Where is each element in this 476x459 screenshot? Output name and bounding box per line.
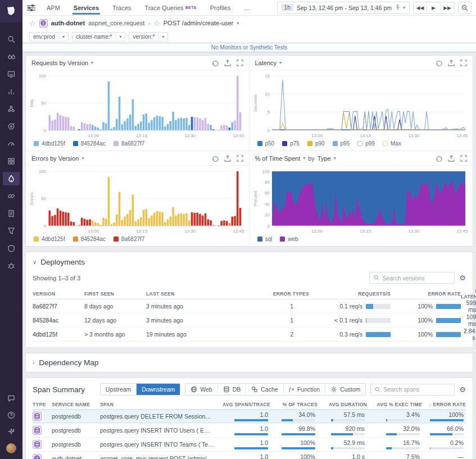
chart-type-icon[interactable] [212, 60, 219, 66]
table-row[interactable]: postgresdbpostgres.query INSERT INTO Tea… [33, 438, 466, 452]
time-back-button[interactable]: ◀◀ [414, 2, 427, 13]
column-header[interactable]: AVG DURATION [318, 402, 367, 407]
legend-item-p99[interactable]: p99 [357, 140, 375, 147]
breadcrumb-resource[interactable]: POST /admin/create-user [164, 20, 234, 26]
spans-search-input[interactable] [383, 386, 450, 393]
column-header[interactable]: TYPE [33, 402, 52, 407]
versions-search[interactable] [369, 272, 455, 284]
legend-item-sql[interactable]: sql [257, 236, 273, 242]
requests-by-version-chart[interactable]: 050100Hits13:0013:1513:3013:45 [29, 71, 245, 139]
table-row[interactable]: postgresdbpostgres.query DELETE FROM Ses… [33, 410, 466, 424]
breadcrumb-operation[interactable]: aspnet_core.request [88, 20, 144, 26]
column-header[interactable]: REQUESTS/S [309, 291, 391, 297]
column-header[interactable]: P95 LATENCY [461, 288, 476, 299]
column-header[interactable]: FIRST SEEN [84, 291, 146, 297]
legend-item-4dbd125f[interactable]: 4dbd125f [34, 236, 65, 242]
upstream-toggle-button[interactable]: Upstream [101, 384, 137, 395]
legend-item-845284ac[interactable]: 845284ac [73, 236, 106, 242]
table-row[interactable]: 8a6827f78 days ago3 minutes ago10.1 req/… [33, 299, 466, 313]
favorite-service-star-icon[interactable]: ☆ [29, 19, 36, 28]
versions-search-input[interactable] [382, 275, 450, 281]
filter-pill-cluster-name[interactable]: cluster-name:*▾ [72, 32, 125, 42]
column-header[interactable]: VERSION [33, 291, 84, 297]
time-play-button[interactable]: ▶ [427, 2, 441, 13]
breadcrumb-service[interactable]: auth-dotnet [51, 20, 85, 26]
sidebar-item-shortcuts[interactable] [3, 426, 20, 438]
time-range-picker[interactable]: 1h Sep 13, 12:46 pm - Sep 13, 1:46 pm ▾ [277, 2, 410, 14]
column-header[interactable]: SPAN [100, 402, 219, 407]
chart-type-icon[interactable] [436, 60, 442, 66]
sidebar-item-apm[interactable] [3, 172, 20, 185]
sidebar-item-logs[interactable] [3, 207, 20, 220]
time-spent-chart[interactable]: 020406080100Percent13:0013:1513:3013:45 [253, 167, 469, 234]
sidebar-item-infrastructure[interactable] [3, 102, 20, 116]
sidebar-item-search[interactable] [3, 33, 20, 46]
filter-pill-env[interactable]: env:prod▾ [29, 32, 69, 42]
table-row[interactable]: auth-dotnetaspnet_core_mvc.request POST … [33, 452, 466, 459]
legend-item-Max[interactable]: Max [383, 140, 401, 147]
filter-pill-version[interactable]: version:*▾ [129, 32, 168, 42]
downstream-toggle-button[interactable]: Downstream [137, 384, 180, 395]
tab-profiles[interactable]: Profiles [205, 1, 237, 14]
column-header[interactable]: AVG % EXEC TIME [367, 402, 422, 407]
export-icon[interactable] [448, 60, 455, 66]
chevron-down-icon[interactable]: ▾ [115, 34, 121, 39]
pin-icon[interactable] [395, 4, 401, 11]
span-name[interactable]: aspnet_core_mvc.request POST /admin/crea… [100, 455, 219, 459]
tab-services[interactable]: Services [68, 1, 105, 14]
resource-dropdown-icon[interactable]: ▾ [237, 21, 239, 26]
monitors-banner[interactable]: No Monitors or Synthetic Tests [22, 43, 476, 52]
sidebar-item-help[interactable] [3, 410, 20, 421]
chart-type-icon[interactable] [212, 155, 219, 162]
sidebar-item-monitors[interactable] [3, 137, 20, 151]
fullscreen-icon[interactable] [460, 155, 467, 162]
errors-by-version-chart[interactable]: 050100Errors13:0013:1513:3013:45 [29, 167, 245, 234]
legend-item-p75[interactable]: p75 [282, 140, 300, 147]
column-header[interactable]: % OF TRACES [270, 402, 318, 407]
sidebar-item-watchdog[interactable] [3, 50, 20, 63]
legend-item-p50[interactable]: p50 [257, 140, 275, 147]
column-header[interactable]: AVG SPANS/TRACE [219, 402, 270, 407]
chevron-down-icon[interactable]: ▾ [81, 156, 84, 161]
legend-item-web[interactable]: web [280, 236, 298, 242]
export-icon[interactable] [224, 155, 231, 162]
datadog-logo-icon[interactable] [0, 0, 22, 22]
export-icon[interactable] [224, 60, 231, 66]
favorite-resource-star-icon[interactable]: ☆ [153, 19, 160, 28]
legend-item-845284ac[interactable]: 845284ac [73, 140, 106, 147]
dependency-map-expand-icon[interactable]: › [33, 360, 34, 366]
filter-function-button[interactable]: ƒ×Function [284, 384, 326, 395]
column-header[interactable]: SERVICE NAME [52, 402, 100, 407]
table-row[interactable]: 845284ac12 days ago3 minutes ago1< 0.1 r… [33, 313, 466, 328]
time-spent-group-select[interactable]: Type [318, 155, 331, 162]
sidebar-item-ci-pipelines[interactable] [3, 224, 20, 238]
legend-item-p95[interactable]: p95 [333, 140, 350, 147]
filter-db-button[interactable]: DB [218, 384, 247, 395]
tab-trace-queries[interactable]: Trace QueriesBETA [139, 1, 202, 14]
span-name[interactable]: postgres.query INSERT INTO Teams ( Team_… [100, 441, 219, 448]
chevron-down-icon[interactable]: ▾ [58, 34, 65, 39]
filter-web-button[interactable]: Web [185, 384, 217, 395]
time-spent-chart-title[interactable]: % of Time Spent [255, 155, 301, 162]
nav-sliders-icon[interactable] [27, 4, 35, 11]
sidebar-item-service-map[interactable] [3, 189, 20, 203]
tab-traces[interactable]: Traces [107, 1, 137, 14]
tab-apm[interactable]: APM [41, 1, 66, 14]
fullscreen-icon[interactable] [237, 155, 243, 162]
dependency-map-title[interactable]: Dependency Map [39, 358, 98, 367]
fullscreen-icon[interactable] [237, 60, 243, 66]
span-name[interactable]: postgres.query INSERT INTO Users ( Email… [100, 427, 219, 434]
table-row[interactable]: postgresdbpostgres.query INSERT INTO Use… [33, 424, 466, 438]
spans-settings-gear-icon[interactable]: ⚙ [459, 385, 466, 394]
chevron-down-icon[interactable]: ▾ [334, 156, 336, 161]
chevron-down-icon[interactable]: ▾ [303, 156, 305, 161]
sidebar-item-chat[interactable] [3, 393, 20, 404]
deployments-collapse-icon[interactable]: ∨ [33, 259, 37, 265]
filter-cache-button[interactable]: Cache [246, 384, 283, 395]
sidebar-item-dashboards[interactable] [3, 67, 20, 81]
requests-chart-title[interactable]: Requests by Version [31, 60, 88, 66]
sidebar-item-errors[interactable] [3, 259, 20, 272]
legend-item-8a6827f7[interactable]: 8a6827f7 [114, 236, 145, 242]
chevron-down-icon[interactable]: ▾ [91, 60, 93, 65]
sidebar-item-security[interactable] [3, 242, 20, 255]
